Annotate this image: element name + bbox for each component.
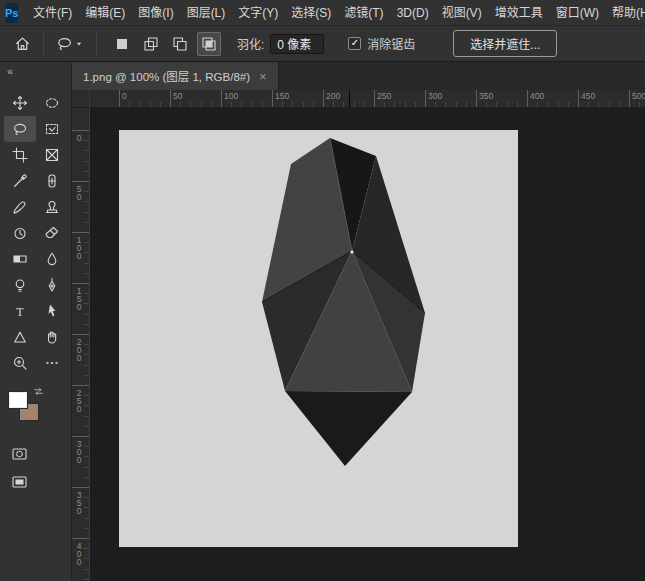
collapse-tools-button[interactable]: « bbox=[0, 62, 71, 79]
history-brush-tool[interactable] bbox=[4, 220, 36, 246]
bottom-facet bbox=[285, 391, 412, 466]
vruler-label-200: 200 bbox=[74, 337, 84, 361]
hruler-label-150: 150 bbox=[275, 91, 289, 101]
current-tool-preset[interactable] bbox=[53, 33, 87, 54]
ruler-origin-corner[interactable] bbox=[72, 90, 90, 108]
crystal-highlight bbox=[350, 250, 353, 253]
vruler-label-300: 300 bbox=[74, 439, 84, 463]
select-and-mask-button[interactable]: 选择并遮住... bbox=[453, 30, 557, 57]
add-selection-icon bbox=[143, 36, 159, 52]
gradient-icon bbox=[12, 251, 28, 267]
hruler-label-300: 300 bbox=[428, 91, 442, 101]
vruler-label-0: 0 bbox=[74, 133, 84, 141]
lasso-icon bbox=[56, 35, 73, 52]
hruler-label-500: 500 bbox=[632, 91, 645, 101]
swap-colors-icon bbox=[33, 386, 44, 397]
lasso-icon bbox=[12, 121, 28, 137]
hand-tool[interactable] bbox=[36, 324, 68, 350]
caret-down-icon bbox=[74, 39, 84, 49]
lasso-tool[interactable] bbox=[4, 116, 36, 142]
history-brush-icon bbox=[12, 225, 28, 241]
menu-3d[interactable]: 3D(D) bbox=[390, 0, 435, 26]
add-to-selection-button[interactable] bbox=[139, 32, 163, 56]
edit-toolbar-button[interactable] bbox=[36, 350, 68, 376]
antialias-checkbox[interactable]: ✓ bbox=[348, 37, 361, 50]
eyedropper-tool[interactable] bbox=[4, 168, 36, 194]
photoshop-logo[interactable]: Ps bbox=[5, 3, 18, 23]
vruler-label-250: 250 bbox=[74, 388, 84, 412]
ellipsis-icon bbox=[44, 355, 60, 371]
menu-file[interactable]: 文件(F) bbox=[26, 0, 78, 26]
quick-mask-button[interactable] bbox=[10, 446, 71, 462]
dodge-tool[interactable] bbox=[4, 272, 36, 298]
menu-layer[interactable]: 图层(L) bbox=[180, 0, 232, 26]
pen-tool[interactable] bbox=[36, 272, 68, 298]
hruler-label-0: 0 bbox=[122, 91, 127, 101]
document-canvas[interactable] bbox=[119, 130, 518, 547]
hruler-label-250: 250 bbox=[377, 91, 391, 101]
horizontal-ruler[interactable]: 050100150200250300350400450500 bbox=[90, 90, 645, 108]
menu-filter[interactable]: 滤镜(T) bbox=[338, 0, 390, 26]
brush-tool[interactable] bbox=[4, 194, 36, 220]
hruler-label-200: 200 bbox=[326, 91, 340, 101]
home-icon bbox=[14, 35, 31, 52]
home-button[interactable] bbox=[10, 32, 34, 56]
gradient-tool[interactable] bbox=[4, 246, 36, 272]
menu-select[interactable]: 选择(S) bbox=[285, 0, 338, 26]
screen-mode-button[interactable] bbox=[10, 474, 71, 490]
hruler-label-350: 350 bbox=[479, 91, 493, 101]
hruler-label-100: 100 bbox=[224, 91, 238, 101]
feather-input[interactable] bbox=[270, 34, 324, 54]
eraser-tool[interactable] bbox=[36, 220, 68, 246]
frame-tool[interactable] bbox=[36, 142, 68, 168]
healing-icon bbox=[44, 173, 60, 189]
vertical-ruler[interactable]: 050100150200250300350400 bbox=[72, 108, 90, 581]
menu-items: 文件(F)编辑(E)图像(I)图层(L)文字(Y)选择(S)滤镜(T)3D(D)… bbox=[26, 0, 645, 26]
menu-view[interactable]: 视图(V) bbox=[435, 0, 488, 26]
path-selection-tool[interactable] bbox=[36, 298, 68, 324]
color-swatches bbox=[9, 392, 45, 426]
antialias-label: 消除锯齿 bbox=[367, 35, 415, 52]
divider bbox=[96, 33, 97, 55]
frame-icon bbox=[44, 147, 60, 163]
vruler-label-50: 50 bbox=[74, 184, 84, 200]
clone-stamp-tool[interactable] bbox=[36, 194, 68, 220]
swap-colors-button[interactable] bbox=[33, 386, 45, 398]
photoshop-window: Ps 文件(F)编辑(E)图像(I)图层(L)文字(Y)选择(S)滤镜(T)3D… bbox=[0, 0, 645, 581]
new-selection-button[interactable] bbox=[110, 32, 134, 56]
crop-tool[interactable] bbox=[4, 142, 36, 168]
eyedropper-icon bbox=[12, 173, 28, 189]
ruler-cursor-marker bbox=[349, 90, 350, 107]
new-selection-icon bbox=[114, 36, 130, 52]
menu-image[interactable]: 图像(I) bbox=[132, 0, 180, 26]
healing-brush-tool[interactable] bbox=[36, 168, 68, 194]
foreground-color-swatch[interactable] bbox=[9, 392, 27, 408]
menu-window[interactable]: 窗口(W) bbox=[549, 0, 605, 26]
subtract-from-selection-button[interactable] bbox=[168, 32, 192, 56]
menu-plugins[interactable]: 增效工具 bbox=[488, 0, 549, 26]
canvas-row: 050100150200250300350400 bbox=[72, 108, 645, 581]
eraser-icon bbox=[44, 225, 60, 241]
blur-tool[interactable] bbox=[36, 246, 68, 272]
menu-bar: Ps 文件(F)编辑(E)图像(I)图层(L)文字(Y)选择(S)滤镜(T)3D… bbox=[0, 0, 645, 26]
object-selection-tool[interactable] bbox=[36, 116, 68, 142]
menu-edit[interactable]: 编辑(E) bbox=[79, 0, 132, 26]
shape-tool[interactable] bbox=[4, 324, 36, 350]
menu-type[interactable]: 文字(Y) bbox=[232, 0, 285, 26]
options-bar: 羽化: ✓ 消除锯齿 选择并遮住... bbox=[0, 26, 645, 62]
intersect-selection-button[interactable] bbox=[197, 32, 221, 56]
move-tool[interactable] bbox=[4, 90, 36, 116]
type-tool[interactable]: T bbox=[4, 298, 36, 324]
dodge-icon bbox=[12, 277, 28, 293]
tools-panel: « T bbox=[0, 62, 72, 581]
close-tab-button[interactable]: × bbox=[259, 69, 267, 84]
hruler-label-400: 400 bbox=[530, 91, 544, 101]
canvas-pasteboard[interactable] bbox=[90, 108, 645, 581]
screenmode-icon bbox=[10, 474, 29, 490]
subtract-selection-icon bbox=[172, 36, 188, 52]
document-tab[interactable]: 1.png @ 100% (图层 1, RGB/8#) × bbox=[72, 62, 279, 90]
menu-help[interactable]: 帮助(H) bbox=[605, 0, 645, 26]
zoom-tool[interactable] bbox=[4, 350, 36, 376]
check-icon: ✓ bbox=[351, 38, 359, 48]
ellipse-marquee-tool[interactable] bbox=[36, 90, 68, 116]
